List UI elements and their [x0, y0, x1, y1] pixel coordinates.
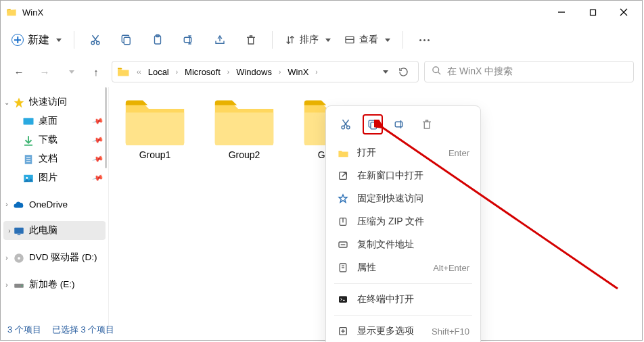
breadcrumb-seg[interactable]: Local	[145, 66, 172, 78]
pin-icon: 📌	[92, 153, 105, 165]
up-button[interactable]: ↑	[86, 62, 106, 82]
delete-button[interactable]	[237, 28, 265, 52]
sidebar-item-downloads[interactable]: 下载 📌	[1, 130, 108, 149]
paste-button[interactable]	[143, 28, 172, 52]
search-input[interactable]: 在 WinX 中搜索	[424, 61, 634, 82]
external-icon	[337, 170, 349, 182]
copy-button[interactable]	[112, 28, 141, 52]
breadcrumb-seg[interactable]: Windows	[233, 66, 275, 78]
breadcrumb[interactable]: ‹‹ Local › Microsoft › Windows › WinX ›	[112, 61, 419, 82]
sidebar-item-desktop[interactable]: 桌面 📌	[1, 112, 108, 130]
ctx-label: 属性	[357, 262, 376, 274]
ctx-label: 在新窗口中打开	[357, 170, 423, 182]
ctx-rename-button[interactable]	[390, 114, 410, 135]
chevron-right-icon: ›	[3, 254, 10, 262]
pin-icon: 📌	[92, 172, 105, 184]
folder-open-icon	[337, 147, 349, 159]
document-icon	[22, 153, 34, 164]
sort-label: 排序	[300, 34, 319, 46]
ctx-open[interactable]: 打开 Enter	[326, 141, 480, 164]
ctx-pin-quick-access[interactable]: 固定到快速访问	[326, 187, 480, 210]
svg-rect-28	[26, 161, 30, 162]
ctx-label: 固定到快速访问	[357, 193, 423, 205]
expand-icon	[337, 325, 349, 337]
folder-item[interactable]: Group1	[118, 97, 191, 160]
ctx-properties[interactable]: 属性 Alt+Enter	[326, 256, 480, 279]
properties-icon	[337, 262, 349, 274]
svg-point-34	[18, 257, 20, 260]
sidebar-item-quick-access[interactable]: ⌄ 快速访问	[1, 93, 108, 112]
view-label: 查看	[359, 34, 378, 46]
status-selected: 已选择 3 个项目	[52, 324, 114, 336]
breadcrumb-seg[interactable]: WinX	[285, 66, 311, 78]
ctx-open-new-window[interactable]: 在新窗口中打开	[326, 164, 480, 187]
pin-icon: 📌	[92, 134, 105, 146]
ctx-shortcut: Enter	[448, 148, 469, 158]
ctx-cut-button[interactable]	[336, 114, 356, 135]
cut-button[interactable]	[81, 28, 110, 52]
svg-point-38	[347, 126, 350, 129]
view-button[interactable]: 查看	[339, 30, 396, 50]
minimize-button[interactable]	[546, 2, 577, 22]
separator	[402, 31, 403, 49]
svg-rect-1	[590, 9, 595, 15]
chevron-down-icon[interactable]	[383, 70, 388, 74]
svg-point-4	[91, 41, 95, 45]
refresh-button[interactable]	[394, 62, 413, 81]
new-button[interactable]: 新建	[6, 29, 67, 51]
sidebar-item-dvd[interactable]: › DVD 驱动器 (D:)	[1, 248, 108, 267]
breadcrumb-seg[interactable]: Microsoft	[182, 66, 223, 78]
ctx-label: 压缩为 ZIP 文件	[357, 216, 424, 228]
folder-item[interactable]: Group2	[208, 97, 281, 160]
pc-icon	[13, 225, 25, 236]
rename-button[interactable]	[175, 28, 203, 52]
breadcrumb-sep: ›	[314, 68, 319, 76]
ctx-shortcut: Alt+Enter	[433, 263, 469, 273]
sidebar-item-label: 下载	[39, 134, 58, 146]
context-menu: 打开 Enter 在新窗口中打开 固定到快速访问 压缩为 ZIP 文件 复制文件…	[325, 105, 481, 342]
svg-rect-26	[26, 157, 30, 157]
ctx-delete-button[interactable]	[417, 114, 437, 135]
sidebar-item-volume[interactable]: › 新加卷 (E:)	[1, 275, 108, 294]
ctx-show-more[interactable]: 显示更多选项 Shift+F10	[326, 320, 480, 342]
chevron-down-icon: ⌄	[3, 99, 10, 106]
ctx-compress-zip[interactable]: 压缩为 ZIP 文件	[326, 210, 480, 233]
plus-circle-icon	[12, 34, 24, 46]
context-menu-separator	[334, 283, 472, 284]
sidebar-item-label: OneDrive	[29, 199, 68, 210]
back-button[interactable]: ←	[9, 62, 29, 82]
share-button[interactable]	[206, 28, 234, 52]
svg-point-5	[97, 41, 100, 45]
ctx-copy-path[interactable]: 复制文件地址	[326, 233, 480, 256]
sidebar-item-label: 图片	[39, 172, 58, 184]
forward-button[interactable]: →	[34, 62, 55, 82]
sidebar-item-onedrive[interactable]: › OneDrive	[1, 195, 108, 213]
svg-line-21	[438, 72, 440, 74]
sidebar-item-documents[interactable]: 文档 📌	[1, 149, 108, 168]
sidebar-item-pictures[interactable]: 图片 📌	[1, 168, 108, 187]
ctx-copy-button[interactable]	[363, 114, 383, 135]
sort-button[interactable]: 排序	[279, 30, 336, 50]
maximize-button[interactable]	[577, 2, 608, 22]
svg-rect-51	[339, 296, 347, 302]
zip-icon	[337, 216, 349, 228]
separator	[74, 31, 74, 49]
ctx-open-terminal[interactable]: 在终端中打开	[326, 288, 480, 311]
app-icon	[6, 7, 17, 18]
svg-point-20	[433, 67, 439, 73]
svg-rect-41	[370, 122, 376, 128]
new-label: 新建	[28, 33, 49, 47]
main-area: ⌄ 快速访问 桌面 📌 下载 📌 文档 📌 图片	[1, 87, 642, 329]
folder-icon	[214, 97, 275, 144]
folder-label: Group2	[208, 149, 281, 160]
recent-locations-button[interactable]	[60, 62, 80, 82]
view-icon	[344, 34, 355, 45]
close-button[interactable]	[608, 2, 639, 22]
sidebar: ⌄ 快速访问 桌面 📌 下载 📌 文档 📌 图片	[1, 87, 109, 329]
more-button[interactable]	[410, 39, 439, 41]
sidebar-item-label: 快速访问	[29, 96, 67, 108]
search-placeholder: 在 WinX 中搜索	[447, 66, 513, 78]
sidebar-item-this-pc[interactable]: › 此电脑	[3, 221, 106, 240]
context-icon-row	[326, 112, 480, 141]
address-bar-row: ← → ↑ ‹‹ Local › Microsoft › Windows › W…	[1, 56, 642, 87]
